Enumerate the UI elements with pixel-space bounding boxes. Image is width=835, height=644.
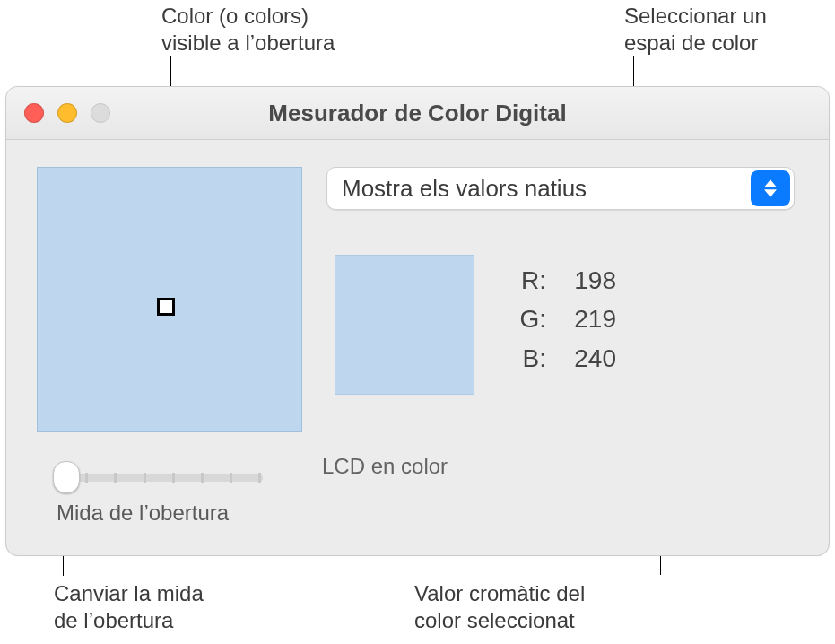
callout-text: Seleccionar un espai de color — [624, 4, 767, 55]
app-window: Mesurador de Color Digital Mostra els va… — [5, 86, 830, 556]
window-zoom-button-disabled — [91, 103, 110, 123]
window-close-button[interactable] — [24, 103, 44, 123]
color-space-selected-label: Mostra els valors natius — [327, 175, 751, 203]
slider-thumb[interactable] — [53, 461, 80, 493]
slider-tick — [114, 473, 117, 483]
aperture-size-label: Mida de l’obertura — [57, 500, 263, 526]
display-name-label: LCD en color — [322, 454, 448, 479]
slider-tick — [85, 473, 88, 483]
slider-tick — [258, 473, 261, 483]
rgb-value-r: 198 — [546, 261, 616, 300]
rgb-row-g: G: 219 — [509, 300, 616, 338]
rgb-readout: R: 198 G: 219 B: 240 — [509, 261, 616, 378]
aperture-size-slider[interactable] — [57, 468, 263, 488]
rgb-label-g: G: — [509, 300, 546, 338]
rgb-row-r: R: 198 — [509, 261, 616, 300]
callout-aperture-size: Canviar la mida de l’obertura — [54, 580, 204, 634]
rgb-row-b: B: 240 — [509, 339, 616, 378]
color-swatch — [335, 255, 474, 395]
callout-text: Valor cromàtic del color seleccionat — [414, 581, 585, 632]
slider-tick — [172, 473, 175, 483]
window-content: Mostra els valors natius R: 198 G: 219 B… — [6, 140, 829, 555]
popup-arrows-icon — [751, 170, 790, 206]
traffic-lights — [24, 103, 110, 123]
rgb-value-g: 219 — [546, 300, 616, 338]
rgb-label-r: R: — [509, 261, 546, 300]
aperture-preview — [37, 167, 302, 432]
aperture-marker — [157, 298, 175, 316]
callout-rgb-readout: Valor cromàtic del color seleccionat — [414, 580, 585, 634]
aperture-size-control: Mida de l’obertura — [57, 468, 263, 526]
slider-tick — [201, 473, 204, 483]
callout-text: Canviar la mida de l’obertura — [54, 581, 204, 632]
color-space-popup[interactable]: Mostra els valors natius — [326, 167, 795, 210]
window-title: Mesurador de Color Digital — [6, 100, 829, 127]
callout-color-space: Seleccionar un espai de color — [624, 3, 767, 57]
titlebar: Mesurador de Color Digital — [6, 87, 829, 140]
slider-tick — [230, 473, 232, 483]
rgb-value-b: 240 — [546, 339, 616, 378]
callout-text: Color (o colors) visible a l’obertura — [161, 4, 335, 55]
window-minimize-button[interactable] — [57, 103, 77, 123]
callout-aperture-preview: Color (o colors) visible a l’obertura — [161, 3, 335, 57]
slider-tick — [144, 473, 146, 483]
rgb-label-b: B: — [509, 339, 546, 378]
